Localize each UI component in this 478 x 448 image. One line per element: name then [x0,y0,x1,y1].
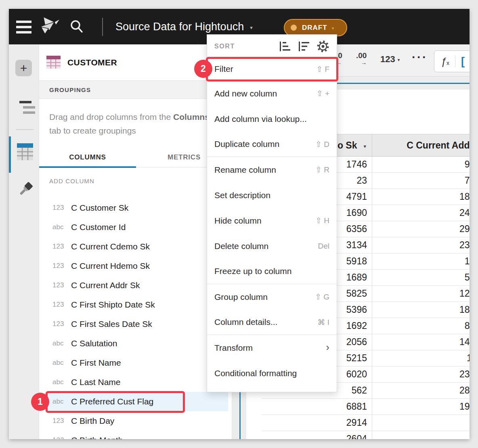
cell-addr-sk[interactable]: 23947 [372,366,470,382]
column-list-item[interactable]: 123C First Sales Date Sk [39,314,232,334]
menu-item-shortcut: Del [318,242,329,251]
groupings-label: GROUPINGS [49,86,91,93]
cell-addr-sk[interactable]: 19400 [372,399,470,415]
column-list-item[interactable]: abcC First Name [39,353,232,373]
cell-addr-sk[interactable]: 1111 [372,350,470,366]
column-list-item[interactable]: abcC Last Name [39,373,232,392]
column-name: C Salutation [71,339,117,348]
menu-item-shortcut: ⇧ + [317,89,329,98]
column-name: C First Name [71,358,121,368]
menu-item-freeze-up-to-column[interactable]: Freeze up to column [207,259,337,284]
screenshot-canvas: Source Data for Hightouch ▾ DRAFT ▾ + [0,0,478,448]
column-context-menu: SORT [207,34,337,392]
table-source-header: CUSTOMER [39,44,232,81]
column-type-badge: abc [52,223,71,231]
column-list-item[interactable]: 123C Customer Sk [39,198,232,218]
cell-addr-sk[interactable]: 28426 [372,383,470,398]
cell-addr-sk[interactable]: 5539 [372,270,470,285]
menu-item-label: Add new column [214,89,277,98]
cell-addr-sk[interactable]: 18761 [372,302,470,318]
cell-addr-sk[interactable]: 9833 [372,157,470,172]
table-element-icon[interactable] [17,142,34,161]
table-row: 688119400 [262,399,470,415]
number-format-dropdown[interactable]: 123▾ [380,54,400,65]
column-list-item[interactable]: 123C First Shipto Date Sk [39,295,232,314]
menu-item-transform[interactable]: Transform› [207,335,337,360]
menu-item-label: Group column [214,292,268,302]
document-title-text: Source Data for Hightouch [115,21,244,33]
active-tab-underline [39,166,136,168]
column-list-item[interactable]: abcC Preferred Cust Flag [46,392,228,411]
cell-addr-sk[interactable]: 29391 [372,221,470,237]
menu-item-filter[interactable]: Filter⇧ F [207,58,337,81]
column-list-item[interactable]: 123C Birth Month [39,431,232,439]
cell-addr-sk[interactable]: 18459 [372,189,470,205]
menu-item-delete-column[interactable]: Delete columnDel [207,233,337,259]
hamburger-menu-icon[interactable] [16,21,31,36]
column-name: C Birth Day [71,416,114,426]
column-type-badge: 123 [52,320,71,328]
formula-bar-button[interactable]: ƒ x [ [434,50,470,72]
cell-addr-sk[interactable]: 24940 [372,205,470,221]
menu-item-conditional-formatting[interactable]: Conditional formatting [207,360,337,386]
menu-item-add-column-via-lookup[interactable]: Add column via lookup... [207,106,337,132]
add-element-button[interactable]: + [15,60,32,76]
chevron-down-icon: ▾ [250,25,253,31]
cell-addr-sk[interactable]: 23144 [372,237,470,253]
menu-item-set-description[interactable]: Set description [207,182,337,208]
column-list-item[interactable]: 123C Current Addr Sk [39,276,232,295]
column-name: C First Shipto Date Sk [71,300,155,310]
sigma-bird-logo-icon[interactable] [38,15,61,38]
column-name: C Customer Id [71,222,126,232]
menu-item-shortcut: ⌘ I [317,318,329,327]
sort-ascending-icon[interactable] [279,40,291,52]
paintbrush-icon[interactable] [17,182,34,199]
menu-item-label: Duplicate column [214,139,279,149]
panel-tabs: COLUMNS METRICS [39,147,232,167]
cell-addr-sk[interactable]: 223 [372,415,470,431]
column-menu-caret-icon[interactable]: ▾ [363,143,366,149]
column-list-item[interactable]: abcC Customer Id [39,218,232,237]
column-list-item[interactable]: abcC Salutation [39,334,232,353]
draft-dot-icon [291,25,297,31]
menu-item-group-column[interactable]: Group column⇧ G [207,284,337,310]
cell-addr-sk[interactable]: 1339 [372,253,470,269]
column-list-item[interactable]: 123C Current Cdemo Sk [39,237,232,256]
sort-settings-gear-icon[interactable] [317,40,329,53]
cell-hdemo-sk[interactable]: 6881 [262,399,372,415]
column-type-badge: 123 [52,262,71,270]
menu-item-rename-column[interactable]: Rename column⇧ R [207,157,337,182]
column-name: C Last Name [71,377,121,387]
tab-columns[interactable]: COLUMNS [39,147,136,167]
menu-item-duplicate-column[interactable]: Duplicate column⇧ D [207,132,337,157]
left-icon-rail: + [9,44,39,439]
submenu-arrow-icon: › [326,341,329,354]
draft-status-badge[interactable]: DRAFT ▾ [284,19,347,36]
column-list-item[interactable]: 123C Birth Day [39,411,232,431]
increase-decimal-icon[interactable]: .00 → [356,51,367,66]
menu-item-shortcut: ⇧ F [316,65,329,74]
cell-addr-sk[interactable]: 14831 [372,334,470,350]
outline-list-icon[interactable] [19,101,36,117]
menu-item-label: Rename column [214,165,276,175]
search-icon[interactable] [69,19,84,34]
cell-hdemo-sk[interactable]: 2914 [262,415,372,431]
cell-hdemo-sk[interactable]: 2604 [262,431,372,439]
column-type-badge: abc [52,359,71,367]
sort-descending-icon[interactable] [298,40,310,52]
cell-addr-sk[interactable]: 7634 [372,173,470,188]
sort-section-label: SORT [214,43,235,50]
column-list-item[interactable]: 123C Current Hdemo Sk [39,256,232,276]
menu-item-label: Transform [214,343,253,353]
active-tab-indicator [9,136,11,173]
more-options-icon[interactable]: ··· [412,50,428,64]
cell-addr-sk[interactable]: 12033 [372,286,470,301]
menu-item-column-details[interactable]: Column details...⌘ I [207,310,337,335]
cell-addr-sk[interactable]: 8791 [372,318,470,334]
column-header-addr-sk[interactable]: C Current Addr Sk [372,134,470,156]
menu-item-label: Delete column [214,241,268,251]
column-type-badge: 123 [52,417,71,425]
menu-item-hide-column[interactable]: Hide column⇧ H [207,208,337,233]
cell-addr-sk[interactable]: 27 [372,431,470,439]
menu-item-add-new-column[interactable]: Add new column⇧ + [207,81,337,106]
